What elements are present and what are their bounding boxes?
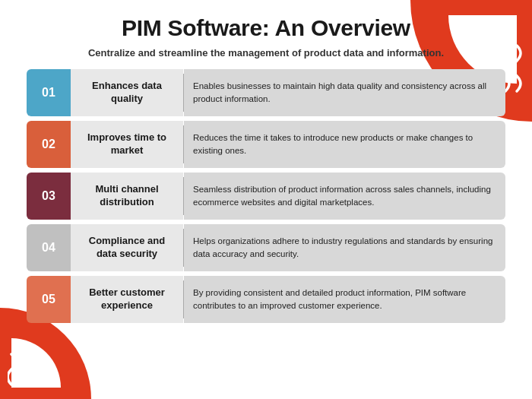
item-title-1: Enhances data quality — [78, 80, 176, 106]
item-number-4: 04 — [27, 224, 71, 271]
items-list: 01Enhances data qualityEnables businesse… — [27, 69, 505, 323]
list-item: 04Compliance and data securityHelps orga… — [27, 224, 505, 271]
item-number-3: 03 — [27, 173, 71, 220]
subtitle-prefix: Centralize and streamline the management… — [88, 47, 344, 59]
subtitle-highlight: data and information. — [344, 47, 444, 59]
item-desc-box-4: Helps organizations adhere to industry r… — [184, 224, 505, 271]
item-title-box-2: Improves time to market — [71, 121, 183, 168]
item-desc-box-5: By providing consistent and detailed pro… — [184, 276, 505, 323]
item-desc-box-2: Reduces the time it takes to introduce n… — [184, 121, 505, 168]
item-number-2: 02 — [27, 121, 71, 168]
item-title-4: Compliance and data security — [78, 235, 176, 261]
item-title-box-5: Better customer experience — [71, 276, 183, 323]
item-desc-box-1: Enables businesses to maintain high data… — [184, 69, 505, 116]
item-title-5: Better customer experience — [78, 287, 176, 312]
item-title-box-1: Enhances data quality — [71, 69, 183, 116]
item-title-3: Multi channel distribution — [78, 183, 176, 209]
main-content: PIM Software: An Overview Centralize and… — [0, 0, 532, 331]
item-number-5: 05 — [27, 276, 71, 323]
item-desc-5: By providing consistent and detailed pro… — [193, 287, 496, 312]
item-desc-2: Reduces the time it takes to introduce n… — [193, 131, 496, 157]
list-item: 01Enhances data qualityEnables businesse… — [27, 69, 505, 116]
squiggle-bottom-icon — [8, 347, 49, 391]
page-title: PIM Software: An Overview — [27, 15, 505, 41]
list-item: 05Better customer experienceBy providing… — [27, 276, 505, 323]
item-desc-box-3: Seamless distribution of product informa… — [184, 173, 505, 220]
item-desc-4: Helps organizations adhere to industry r… — [193, 235, 496, 260]
list-item: 02Improves time to marketReduces the tim… — [27, 121, 505, 168]
item-desc-3: Seamless distribution of product informa… — [193, 183, 496, 208]
subtitle: Centralize and streamline the management… — [27, 47, 505, 59]
item-title-box-3: Multi channel distribution — [71, 173, 183, 220]
item-title-box-4: Compliance and data security — [71, 224, 183, 271]
item-desc-1: Enables businesses to maintain high data… — [193, 80, 496, 105]
list-item: 03Multi channel distributionSeamless dis… — [27, 173, 505, 220]
item-number-1: 01 — [27, 69, 71, 116]
item-title-2: Improves time to market — [78, 131, 176, 157]
